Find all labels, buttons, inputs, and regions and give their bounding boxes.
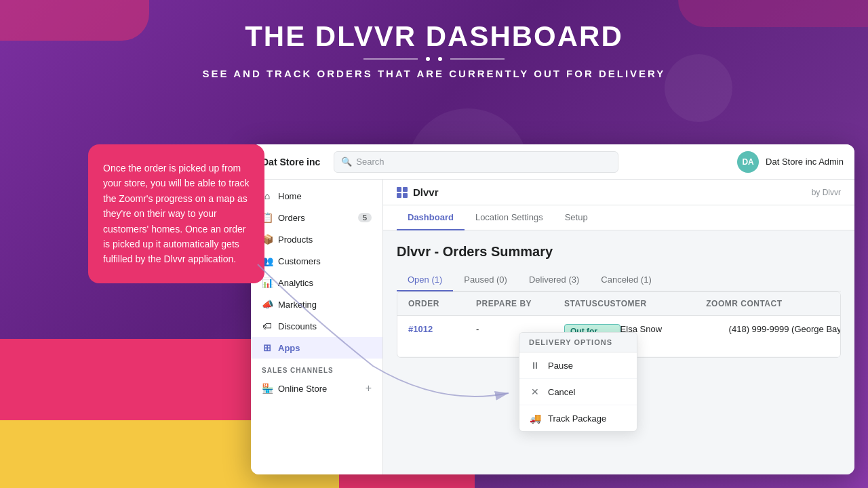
admin-name: Dat Store inc Admin [766, 157, 844, 167]
sidebar: ⌂ Home 📋 Orders 5 📦 Products 👥 Customers… [251, 180, 383, 474]
col-prepare: Prepare By [476, 299, 564, 308]
sidebar-label-online-store: Online Store [278, 384, 327, 394]
pause-label: Pause [548, 361, 573, 371]
title-divider [0, 57, 868, 61]
top-bar-right: DA Dat Store inc Admin [737, 151, 844, 173]
subtitle: SEE AND TRACK ORDERS THAT ARE CURRENTLY … [0, 68, 868, 79]
top-bar: Dat Store inc 🔍 Search DA Dat Store inc … [251, 144, 854, 180]
sidebar-label-home: Home [278, 191, 302, 201]
order-number[interactable]: #1012 [408, 324, 476, 334]
marketing-icon: 📣 [262, 299, 273, 310]
tab-dashboard[interactable]: Dashboard [397, 205, 465, 230]
col-order: Order [408, 299, 476, 308]
sidebar-item-customers[interactable]: 👥 Customers [251, 250, 382, 272]
col-status: Status [564, 299, 597, 308]
sidebar-label-marketing: Marketing [278, 300, 317, 310]
apps-icon: ⊞ [262, 342, 273, 353]
info-card-text: Once the order is picked up from your st… [103, 161, 250, 267]
sales-channels-label: SALES CHANNELS [251, 359, 382, 377]
sidebar-item-products[interactable]: 📦 Products [251, 228, 382, 250]
app-icon-cell-3 [397, 193, 401, 198]
delivery-options-dropdown: DELIVERY OPTIONS ⏸ Pause ✕ Cancel 🚚 Trac… [519, 332, 637, 432]
store-name: Dat Store inc [262, 157, 320, 167]
app-icon-cell-2 [403, 187, 408, 192]
search-placeholder: Search [356, 157, 384, 167]
orders-title: Dlvvr - Orders Summary [397, 244, 841, 260]
store-icon: 🏪 [262, 383, 273, 394]
sidebar-label-orders: Orders [278, 213, 305, 223]
info-card: Once the order is picked up from your st… [88, 144, 264, 283]
header-section: THE DLVVR DASHBOARD SEE AND TRACK ORDERS… [0, 20, 868, 79]
col-customer: Customer [597, 299, 706, 308]
divider-dot-center [438, 57, 442, 61]
filter-tab-paused[interactable]: Paused (0) [453, 269, 518, 291]
cancel-label: Cancel [548, 387, 575, 397]
avatar: DA [737, 151, 759, 173]
filter-tab-open[interactable]: Open (1) [397, 269, 453, 291]
sales-channels-add-icon[interactable]: + [366, 382, 372, 394]
customer-name: Elsa Snow [620, 324, 729, 334]
tabs-bar: Dashboard Location Settings Setup [383, 205, 854, 230]
dropdown-item-pause[interactable]: ⏸ Pause [519, 352, 637, 379]
by-dlvvr-label: by Dlvvr [812, 188, 841, 197]
dropdown-header: DELIVERY OPTIONS [519, 333, 637, 352]
filter-tab-canceled[interactable]: Canceled (1) [590, 269, 662, 291]
search-icon: 🔍 [341, 157, 352, 167]
cancel-icon: ✕ [529, 386, 541, 398]
truck-icon: 🚚 [529, 412, 541, 424]
sidebar-label-customers: Customers [278, 256, 321, 266]
filter-tabs: Open (1) Paused (0) Delivered (3) Cancel… [397, 269, 841, 291]
divider-line-right [450, 58, 505, 60]
dropdown-item-track[interactable]: 🚚 Track Package [519, 405, 637, 431]
sidebar-item-discounts[interactable]: 🏷 Discounts [251, 315, 382, 337]
zoomr-contact: (418) 999-9999 (George Bay) [729, 324, 841, 334]
analytics-icon: 📊 [262, 277, 273, 288]
table-header: Order Prepare By Status Customer Zoomr C… [397, 292, 840, 316]
discounts-icon: 🏷 [262, 321, 273, 331]
sidebar-item-apps[interactable]: ⊞ Apps [251, 337, 382, 359]
track-label: Track Package [548, 413, 606, 424]
main-title: THE DLVVR DASHBOARD [0, 20, 868, 53]
divider-line-left [363, 58, 418, 60]
sidebar-item-home[interactable]: ⌂ Home [251, 185, 382, 207]
search-bar[interactable]: 🔍 Search [334, 151, 618, 173]
sidebar-label-apps: Apps [278, 343, 300, 353]
orders-badge: 5 [358, 213, 372, 222]
sidebar-item-marketing[interactable]: 📣 Marketing [251, 293, 382, 315]
dlvvr-app-icon [397, 187, 408, 198]
filter-tab-delivered[interactable]: Delivered (3) [518, 269, 590, 291]
app-header-left: Dlvvr [397, 186, 439, 198]
col-zoomr: Zoomr Contact [706, 299, 841, 308]
sidebar-label-discounts: Discounts [278, 321, 317, 331]
tab-location-settings[interactable]: Location Settings [465, 205, 554, 230]
sidebar-item-online-store[interactable]: 🏪 Online Store + [251, 377, 382, 400]
sidebar-label-analytics: Analytics [278, 278, 313, 288]
tab-setup[interactable]: Setup [554, 205, 599, 230]
app-header-bar: Dlvvr by Dlvvr [383, 180, 854, 205]
app-icon-cell-1 [397, 187, 401, 192]
dropdown-item-cancel[interactable]: ✕ Cancel [519, 379, 637, 405]
pause-icon: ⏸ [529, 359, 541, 371]
sidebar-item-analytics[interactable]: 📊 Analytics [251, 272, 382, 293]
app-icon-cell-4 [403, 193, 408, 198]
sidebar-item-orders[interactable]: 📋 Orders 5 [251, 207, 382, 228]
sidebar-label-products: Products [278, 235, 313, 245]
divider-dot-left [426, 57, 430, 61]
app-title: Dlvvr [413, 186, 439, 198]
